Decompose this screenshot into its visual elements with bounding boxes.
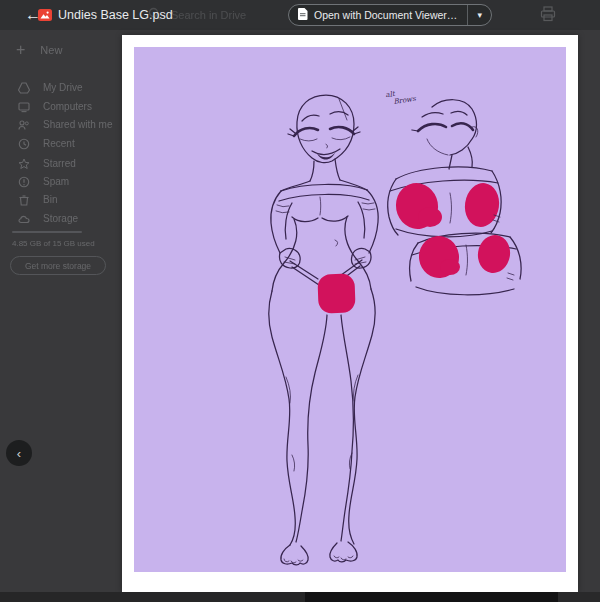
previous-file-button[interactable]: ‹ <box>6 440 32 466</box>
search-icon <box>148 6 161 24</box>
sidebar-item-spam[interactable]: Spam <box>18 174 69 189</box>
sketch-torso-1 <box>388 167 502 237</box>
sidebar-item-computers[interactable]: Computers <box>18 99 92 114</box>
open-with-label: Open with Document Viewer… <box>314 9 457 21</box>
bra-accent <box>462 181 502 229</box>
search-placeholder: Search in Drive <box>171 9 246 21</box>
main-figure <box>269 95 379 565</box>
artwork-canvas: alt Brows <box>134 47 566 572</box>
open-with-main[interactable]: Open with Document Viewer… <box>289 5 467 25</box>
spam-icon <box>18 176 30 188</box>
open-with-button[interactable]: Open with Document Viewer… ▾ <box>288 4 492 26</box>
clock-icon <box>18 138 30 150</box>
psd-file-icon <box>38 8 52 22</box>
trash-icon <box>18 194 30 206</box>
sidebar-item-label: Spam <box>43 176 69 187</box>
sidebar-item-shared[interactable]: Shared with me <box>18 117 112 132</box>
preview-frame: alt Brows <box>122 35 578 592</box>
people-icon <box>18 119 30 131</box>
open-with-dropdown[interactable]: ▾ <box>467 5 491 25</box>
bottom-strip-segment <box>305 592 558 602</box>
sidebar-item-starred[interactable]: Starred <box>18 156 76 171</box>
sidebar-item-label: Recent <box>43 138 75 149</box>
plus-icon: + <box>16 43 25 57</box>
storage-progress-bar <box>12 231 82 233</box>
bra-accent <box>475 233 513 276</box>
bottom-strip-segment <box>558 592 600 602</box>
top-bar: ← Undies Base LG.psd Search in Drive <box>0 0 600 30</box>
document-icon <box>298 6 308 24</box>
character-illustration <box>134 47 566 572</box>
star-icon <box>18 158 30 170</box>
sketch-torso-2 <box>410 233 521 295</box>
computer-icon <box>18 101 30 113</box>
bra-accent <box>440 259 460 275</box>
chevron-left-icon: ‹ <box>17 446 21 461</box>
new-button[interactable]: + New <box>16 43 62 57</box>
sidebar-item-my-drive[interactable]: My Drive <box>18 80 82 95</box>
cloud-icon <box>18 213 30 225</box>
print-icon[interactable] <box>540 6 556 26</box>
sidebar-item-label: Computers <box>43 101 92 112</box>
storage-usage-text: 4.85 GB of 15 GB used <box>12 239 95 248</box>
underwear-accent <box>317 273 355 313</box>
sidebar-item-label: My Drive <box>43 82 82 93</box>
sidebar-item-label: Starred <box>43 158 76 169</box>
sidebar-item-label: Storage <box>43 213 78 224</box>
sidebar-item-label: Shared with me <box>43 119 112 130</box>
bottom-strip <box>0 592 600 602</box>
bra-accent <box>418 207 442 227</box>
sidebar-item-bin[interactable]: Bin <box>18 192 57 207</box>
chevron-down-icon: ▾ <box>478 10 483 20</box>
get-more-storage-button[interactable]: Get more storage <box>10 256 106 275</box>
sidebar: + New My Drive Computers Shared with me … <box>0 30 118 592</box>
new-button-label: New <box>40 44 62 56</box>
sketch-head <box>412 100 478 169</box>
sidebar-item-label: Bin <box>43 194 57 205</box>
drive-icon <box>18 82 30 94</box>
sidebar-item-recent[interactable]: Recent <box>18 136 75 151</box>
sidebar-item-storage[interactable]: Storage <box>18 211 78 226</box>
search-bar-dimmed[interactable]: Search in Drive <box>148 5 246 25</box>
